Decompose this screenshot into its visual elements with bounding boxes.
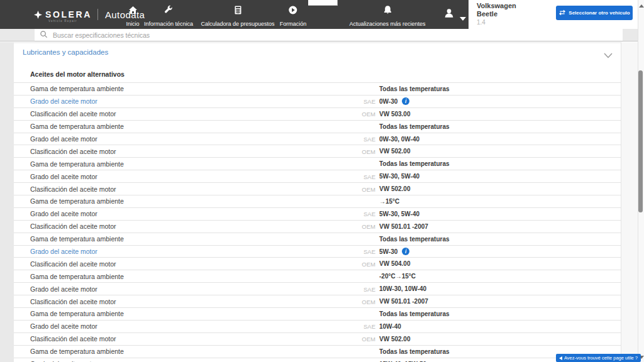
row-unit: SAE — [328, 136, 375, 143]
row-label: Gama de temperatura ambiente — [30, 123, 124, 130]
table-row: Gama de temperatura ambiente →15°C — [14, 195, 621, 207]
row-value: Todas las temperaturas — [379, 346, 450, 358]
row-unit: OEM — [328, 111, 375, 118]
row-label: Gama de temperatura ambiente — [30, 348, 124, 355]
table-row: Clasificación del aceite motor OEM VW 50… — [14, 295, 621, 307]
row-value: 15W-40, 15W-50 — [379, 358, 426, 362]
feedback-button[interactable]: Avez-vous trouvé cette page utile ? — [556, 354, 641, 362]
nav-item-actualizaciones[interactable]: Actualizaciones más recientes — [349, 5, 425, 28]
row-unit: SAE — [328, 98, 375, 105]
table-row: Gama de temperatura ambiente Todas las t… — [14, 307, 621, 320]
row-label: Gama de temperatura ambiente — [30, 310, 124, 317]
info-icon[interactable]: i — [402, 97, 409, 105]
table-row: Grado del aceite motor SAE 10W-40 — [14, 320, 621, 332]
row-label: Clasificación del aceite motor — [30, 185, 116, 193]
scrollbar-thumb[interactable] — [638, 70, 643, 212]
row-value: 10W-40 — [379, 321, 401, 332]
row-value: VW 501.01 -2007 — [379, 221, 428, 233]
specifications-card: Lubricantes y capacidades Aceites del mo… — [14, 42, 621, 362]
row-label: Gama de temperatura ambiente — [30, 273, 124, 280]
select-other-vehicle-button[interactable]: Seleccionar otro vehículo — [556, 6, 633, 20]
nav-item-calculadora[interactable]: Calculadora de presupuestos — [201, 5, 274, 28]
scrollbar-up-arrow[interactable] — [639, 4, 644, 8]
row-label: Gama de temperatura ambiente — [30, 160, 124, 168]
row-label: Clasificación del aceite motor — [30, 260, 116, 268]
vehicle-version: 1.4 — [477, 18, 516, 26]
row-label[interactable]: Grado del aceite motor — [30, 97, 97, 105]
nav-item-formacion[interactable]: Formación — [280, 5, 307, 28]
row-unit: SAE — [328, 248, 375, 255]
info-icon[interactable]: i — [402, 248, 409, 255]
row-value-text: 5W-30 — [379, 248, 397, 255]
row-value-text: 0W-30 — [379, 98, 397, 105]
row-value: Todas las temperaturas — [379, 233, 450, 245]
collapse-chevron-icon[interactable] — [604, 50, 613, 61]
table-row: Grado del aceite motor SAE 0W-30 i — [14, 95, 621, 107]
page-left-gutter — [0, 42, 14, 362]
row-value: VW 502.00 — [379, 333, 410, 345]
table-row: Grado del aceite motor SAE 10W-30, 10W-4… — [14, 282, 621, 295]
search-strip — [0, 29, 638, 41]
swap-icon — [558, 9, 566, 17]
row-label: Grado del aceite motor — [30, 135, 97, 143]
vehicle-model: Beetle — [477, 10, 516, 18]
row-value: VW 502.00 — [379, 145, 410, 157]
row-value-text: -20°C→15°C — [379, 273, 416, 280]
solera-mark-icon — [34, 11, 42, 19]
row-label: Grado del aceite motor — [30, 173, 97, 180]
row-value-text: VW 501.01 -2007 — [379, 223, 428, 230]
row-value: VW 503.00 — [379, 108, 410, 120]
row-value: Todas las temperaturas — [379, 308, 450, 320]
row-value-text: VW 504.00 — [379, 260, 410, 267]
table-row: Grado del aceite motor SAE 5W-30, 5W-40 — [14, 170, 621, 182]
nav-item-informacion-tecnica[interactable]: Información técnica — [144, 5, 193, 28]
row-value: 0W-30 i — [379, 96, 409, 107]
row-value-text: 5W-30, 5W-40 — [379, 173, 419, 180]
calculator-icon — [201, 5, 274, 15]
nav-item-inicio[interactable]: Inicio — [126, 5, 139, 28]
row-unit: OEM — [328, 223, 375, 230]
play-icon — [280, 5, 307, 15]
solera-logo: SOLERA Vehicle Repair — [34, 9, 92, 19]
table-row: Gama de temperatura ambiente Todas las t… — [14, 157, 621, 170]
table-row: Gama de temperatura ambiente Todas las t… — [14, 120, 621, 133]
row-value-text: Todas las temperaturas — [379, 160, 450, 167]
search-input[interactable] — [53, 30, 623, 41]
row-value: -20°C→15°C — [379, 270, 416, 282]
row-value: VW 502.00 — [379, 183, 410, 195]
home-icon — [126, 5, 139, 15]
table-row: Gama de temperatura ambiente Todas las t… — [14, 345, 621, 358]
table-row: Clasificación del aceite motor OEM VW 50… — [14, 145, 621, 157]
row-value-text: 5W-30, 5W-40 — [379, 211, 419, 217]
table-row: Gama de temperatura ambiente -20°C→15°C — [14, 270, 621, 282]
row-value: 5W-30, 5W-40 — [379, 208, 419, 220]
search-box — [35, 29, 623, 41]
row-value-text: 10W-40 — [379, 323, 401, 330]
wrench-icon — [144, 5, 193, 15]
row-label: Clasificación del aceite motor — [30, 222, 116, 230]
row-value: Todas las temperaturas — [379, 83, 450, 95]
section-lubricantes-header[interactable]: Lubricantes y capacidades — [23, 48, 108, 56]
page-right-gutter — [621, 42, 638, 362]
row-value: 5W-30, 5W-40 — [379, 170, 419, 182]
table-row: Grado del aceite motor SAE 5W-30, 5W-40 — [14, 207, 621, 220]
row-value: VW 504.00 — [379, 258, 410, 270]
row-label[interactable]: Grado del aceite motor — [30, 248, 97, 255]
top-navigation-bar: SOLERA Vehicle Repair Autodata Inicio In… — [0, 0, 469, 29]
row-label: Gama de temperatura ambiente — [30, 235, 124, 243]
user-menu[interactable] — [443, 8, 455, 21]
table-row: Clasificación del aceite motor OEM VW 50… — [14, 257, 621, 270]
row-value-text: Todas las temperaturas — [379, 85, 450, 92]
row-unit: OEM — [328, 298, 375, 305]
row-unit: SAE — [328, 211, 375, 217]
solera-wordmark: SOLERA — [45, 9, 92, 19]
row-value-text: VW 501.01 -2007 — [379, 298, 428, 305]
row-unit: OEM — [328, 260, 375, 267]
row-unit: SAE — [328, 285, 375, 292]
table-row: Gama de temperatura ambiente Todas las t… — [14, 233, 621, 245]
row-unit: OEM — [328, 185, 375, 192]
row-label: Gama de temperatura ambiente — [30, 197, 124, 205]
chevron-down-icon[interactable] — [460, 17, 466, 21]
vehicle-header: Volkswagen Beetle 1.4 Seleccionar otro v… — [469, 0, 638, 29]
row-value-text: 0W-30, 0W-40 — [379, 136, 419, 143]
